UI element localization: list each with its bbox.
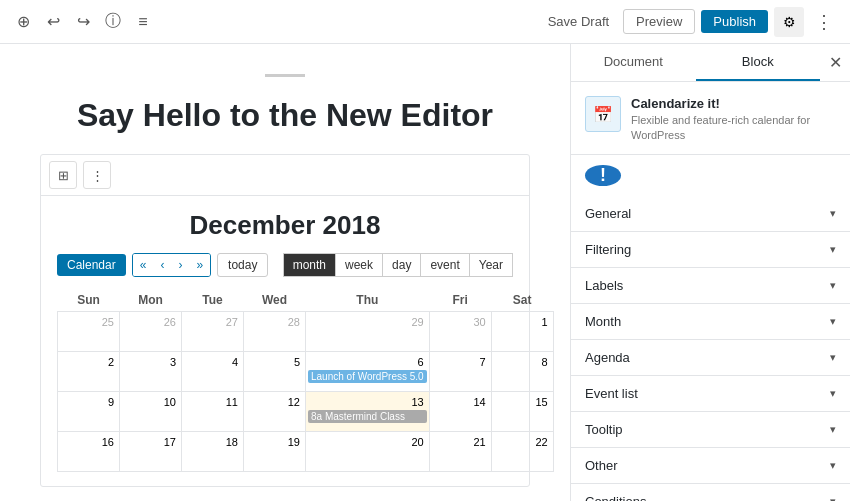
- cal-cell: 26: [120, 312, 182, 352]
- sidebar-section-general: General ▾: [571, 196, 850, 232]
- cal-cell: 8: [491, 352, 553, 392]
- sidebar-section-conditions-header[interactable]: Conditions ▾: [571, 484, 850, 501]
- sidebar-section-general-label: General: [585, 206, 631, 221]
- cal-cell: 17: [120, 432, 182, 472]
- cal-view-day[interactable]: day: [382, 253, 420, 277]
- sidebar-section-agenda: Agenda ▾: [571, 340, 850, 376]
- save-draft-button[interactable]: Save Draft: [540, 10, 617, 33]
- calendar-button[interactable]: Calendar: [57, 254, 126, 276]
- col-wed: Wed: [244, 289, 306, 312]
- cal-cell: 1: [491, 312, 553, 352]
- cal-cell: 16: [58, 432, 120, 472]
- top-bar-right: Save Draft Preview Publish ⚙ ⋮: [540, 7, 838, 37]
- cal-cell: 6 Launch of WordPress 5.0: [306, 352, 430, 392]
- sidebar-section-other-header[interactable]: Other ▾: [571, 448, 850, 483]
- plugin-icon: 📅: [585, 96, 621, 132]
- undo-icon[interactable]: ↩: [42, 11, 64, 33]
- cal-cell: 14: [429, 392, 491, 432]
- cal-cell: 20: [306, 432, 430, 472]
- sidebar: Document Block ✕ 📅 Calendarize it! Flexi…: [570, 44, 850, 501]
- chevron-down-icon: ▾: [830, 279, 836, 292]
- cal-event[interactable]: 8a Mastermind Class: [308, 410, 427, 423]
- css-editor-text: Styling is easily changed using the CSS …: [40, 487, 530, 501]
- sidebar-tabs: Document Block ✕: [571, 44, 850, 82]
- sidebar-section-filtering: Filtering ▾: [571, 232, 850, 268]
- cal-event[interactable]: Launch of WordPress 5.0: [308, 370, 427, 383]
- sidebar-section-month-header[interactable]: Month ▾: [571, 304, 850, 339]
- target-icon[interactable]: ⊕: [12, 11, 34, 33]
- plugin-info: Calendarize it! Flexible and feature-ric…: [631, 96, 836, 144]
- cal-cell: 29: [306, 312, 430, 352]
- block-more-icon[interactable]: ⋮: [83, 161, 111, 189]
- redo-icon[interactable]: ↪: [72, 11, 94, 33]
- chevron-down-icon: ▾: [830, 387, 836, 400]
- chevron-down-icon: ▾: [830, 495, 836, 501]
- title-divider: [265, 74, 305, 77]
- sidebar-section-general-header[interactable]: General ▾: [571, 196, 850, 231]
- sidebar-section-month: Month ▾: [571, 304, 850, 340]
- cal-next-next-button[interactable]: »: [189, 254, 210, 276]
- plugin-description: Flexible and feature-rich calendar for W…: [631, 113, 836, 144]
- cal-view-event[interactable]: event: [420, 253, 468, 277]
- tab-block[interactable]: Block: [696, 44, 821, 81]
- tab-document[interactable]: Document: [571, 44, 696, 81]
- cal-cell: 9: [58, 392, 120, 432]
- cal-cell: 30: [429, 312, 491, 352]
- chevron-down-icon: ▾: [830, 423, 836, 436]
- cal-cell: 2: [58, 352, 120, 392]
- cal-today-button[interactable]: today: [217, 253, 268, 277]
- cal-cell: 22: [491, 432, 553, 472]
- cal-cell: 3: [120, 352, 182, 392]
- sidebar-section-filtering-header[interactable]: Filtering ▾: [571, 232, 850, 267]
- cal-cell: 25: [58, 312, 120, 352]
- sidebar-close-button[interactable]: ✕: [820, 48, 850, 78]
- cal-cell: 11: [182, 392, 244, 432]
- block-toolbar: ⊞ ⋮: [41, 155, 529, 196]
- more-button[interactable]: ⋮: [810, 8, 838, 36]
- sidebar-section-month-label: Month: [585, 314, 621, 329]
- col-tue: Tue: [182, 289, 244, 312]
- col-sat: Sat: [491, 289, 553, 312]
- block-grid-icon[interactable]: ⊞: [49, 161, 77, 189]
- cal-view-group: month week day event Year: [283, 253, 513, 277]
- top-bar: ⊕ ↩ ↪ ⓘ ≡ Save Draft Preview Publish ⚙ ⋮: [0, 0, 850, 44]
- col-thu: Thu: [306, 289, 430, 312]
- top-bar-left: ⊕ ↩ ↪ ⓘ ≡: [12, 11, 154, 33]
- cal-view-year[interactable]: Year: [469, 253, 513, 277]
- sidebar-section-other: Other ▾: [571, 448, 850, 484]
- calendar-month-title: December 2018: [57, 210, 513, 241]
- table-row: 16 17 18 19 20 21 22: [58, 432, 554, 472]
- preview-button[interactable]: Preview: [623, 9, 695, 34]
- cal-view-week[interactable]: week: [335, 253, 382, 277]
- sidebar-section-eventlist-header[interactable]: Event list ▾: [571, 376, 850, 411]
- calendar-controls: Calendar « ‹ › » today month week day: [57, 253, 513, 277]
- settings-button[interactable]: ⚙: [774, 7, 804, 37]
- calendar-nav-group: « ‹ › »: [132, 253, 211, 277]
- plugin-title: Calendarize it!: [631, 96, 836, 111]
- cal-cell-today: 13 8a Mastermind Class: [306, 392, 430, 432]
- table-row: 2 3 4 5 6 Launch of WordPress 5.0 7 8: [58, 352, 554, 392]
- cal-cell: 7: [429, 352, 491, 392]
- info-icon[interactable]: ⓘ: [102, 11, 124, 33]
- table-row: 25 26 27 28 29 30 1: [58, 312, 554, 352]
- list-icon[interactable]: ≡: [132, 11, 154, 33]
- cal-next-button[interactable]: ›: [171, 254, 189, 276]
- sidebar-section-agenda-header[interactable]: Agenda ▾: [571, 340, 850, 375]
- sidebar-section-tooltip: Tooltip ▾: [571, 412, 850, 448]
- chevron-down-icon: ▾: [830, 351, 836, 364]
- sidebar-section-labels-header[interactable]: Labels ▾: [571, 268, 850, 303]
- sidebar-section-tooltip-header[interactable]: Tooltip ▾: [571, 412, 850, 447]
- chevron-down-icon: ▾: [830, 207, 836, 220]
- cal-prev-prev-button[interactable]: «: [133, 254, 154, 276]
- sidebar-plugin-header: 📅 Calendarize it! Flexible and feature-r…: [571, 82, 850, 155]
- cal-cell: 28: [244, 312, 306, 352]
- chevron-down-icon: ▾: [830, 459, 836, 472]
- cal-cell: 5: [244, 352, 306, 392]
- calendar-grid: Sun Mon Tue Wed Thu Fri Sat: [57, 289, 554, 472]
- publish-button[interactable]: Publish: [701, 10, 768, 33]
- sidebar-section-conditions-label: Conditions: [585, 494, 646, 501]
- cal-cell: 15: [491, 392, 553, 432]
- cal-prev-button[interactable]: ‹: [153, 254, 171, 276]
- info-badge: !: [585, 165, 621, 186]
- cal-view-month[interactable]: month: [283, 253, 335, 277]
